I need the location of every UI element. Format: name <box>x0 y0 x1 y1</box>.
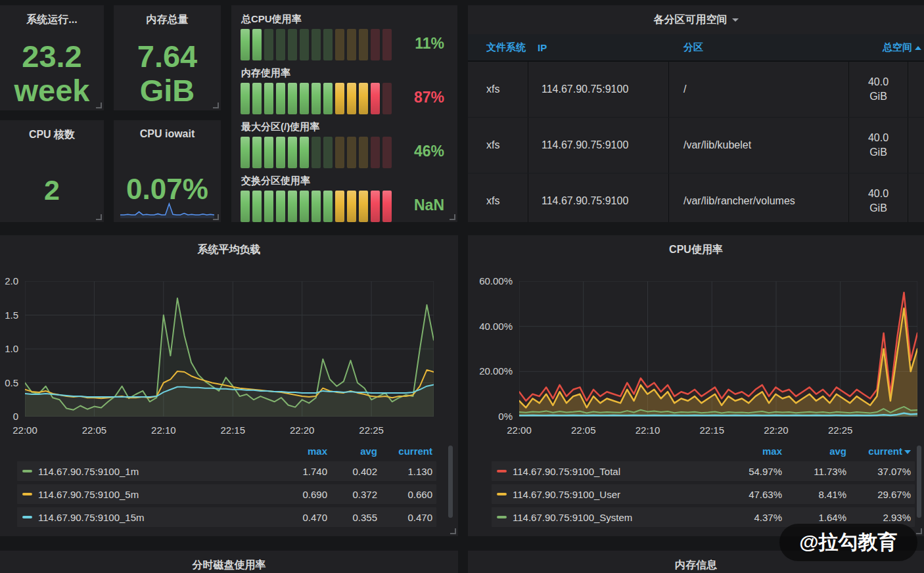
legend-series-name: 114.67.90.75:9100_User <box>513 489 620 500</box>
panel-resize-handle[interactable] <box>450 528 456 534</box>
bar-gauge-cell <box>382 137 392 168</box>
panel-title-cpu-iowait[interactable]: CPU iowait <box>114 128 221 140</box>
panel-title-text: 各分区可用空间 <box>654 14 728 25</box>
legend-avg-value: 0.402 <box>327 466 377 477</box>
bar-gauge-label: 最大分区(/)使用率 <box>241 121 435 133</box>
legend-series-toggle[interactable]: 114.67.90.75:9100_Total <box>497 466 718 477</box>
bar-gauge-value: 46% <box>414 143 444 160</box>
bar-gauge-value: NaN <box>414 196 444 214</box>
x-axis-label: 22:15 <box>699 424 724 436</box>
panel-resize-handle[interactable] <box>96 103 102 108</box>
panel-title-cpu-cores[interactable]: CPU 核数 <box>0 128 104 142</box>
panel-resize-handle[interactable] <box>213 214 219 220</box>
panel-resize-handle[interactable] <box>916 528 922 534</box>
legend-sort-header-avg[interactable]: avg <box>782 446 846 457</box>
table-cell-partition: /var/lib/kubelet <box>669 118 849 173</box>
bar-gauge-cell <box>300 83 309 114</box>
legend-sort-header-avg[interactable]: avg <box>327 446 377 457</box>
legend-scrollbar[interactable] <box>917 446 921 518</box>
column-header-ip[interactable]: IP <box>528 42 669 53</box>
panel-title-cpu-usage[interactable]: CPU使用率 <box>468 243 924 257</box>
y-axis-label: 0 <box>0 411 18 422</box>
legend-max-value: 54.97% <box>718 466 782 477</box>
table-cell-text: 40.0 GiB <box>860 75 898 104</box>
legend-series-toggle[interactable]: 114.67.90.75:9100_5m <box>22 489 256 500</box>
legend-header-row: maxavgcurrent <box>17 444 436 457</box>
series-color-swatch <box>497 470 507 472</box>
y-axis-label: 2.0 <box>0 275 18 286</box>
bar-gauge-cell <box>312 29 321 60</box>
panel-usage-gauges: 总CPU使用率11%内存使用率87%最大分区(/)使用率46%交换分区使用率Na… <box>231 5 457 222</box>
bar-gauge-value: 11% <box>415 35 444 53</box>
load-average-plot-area[interactable] <box>25 281 434 417</box>
y-axis-label: 40.00% <box>473 321 513 332</box>
bar-gauge-label: 内存使用率 <box>241 67 435 80</box>
stat-value-line: 23.2 <box>0 39 104 74</box>
legend-sort-header-current[interactable]: current <box>846 446 911 457</box>
table-cell-clipped <box>908 118 924 173</box>
table-row: xfs114.67.90.75:9100/var/lib/rancher/vol… <box>468 173 924 222</box>
x-axis-label: 22:00 <box>507 424 532 436</box>
cpu-usage-plot-area[interactable] <box>519 281 917 417</box>
bar-gauge-cell <box>264 137 273 168</box>
legend-series-toggle[interactable]: 114.67.90.75:9100_15m <box>22 512 256 523</box>
panel-resize-handle[interactable] <box>213 103 219 108</box>
x-axis-label: 22:20 <box>290 424 315 436</box>
x-axis-label: 22:05 <box>571 424 596 436</box>
bar-gauge-cell <box>312 137 321 168</box>
panel-title-uptime[interactable]: 系统运行... <box>0 13 104 27</box>
table-cell-partition: /var/lib/rancher/volumes <box>669 173 849 222</box>
panel-title-partition-table[interactable]: 各分区可用空间 <box>468 13 924 27</box>
panel-cpu-cores-stat: CPU 核数 2 <box>0 120 104 222</box>
stat-value-line: week <box>0 74 104 108</box>
bar-gauge-cell <box>359 29 368 60</box>
legend-series-toggle[interactable]: 114.67.90.75:9100_1m <box>22 466 256 477</box>
bar-gauge-cell <box>335 29 344 60</box>
legend-series-name: 114.67.90.75:9100_5m <box>38 489 139 500</box>
panel-title-disk-usage[interactable]: 分时磁盘使用率 <box>0 559 458 572</box>
y-axis-label: 0% <box>473 411 513 422</box>
column-header-total-space[interactable]: 总空间 <box>849 41 924 54</box>
legend-sort-header-max[interactable]: max <box>256 446 327 457</box>
legend-sort-header-current[interactable]: current <box>377 446 432 457</box>
legend-row: 114.67.90.75:9100_User47.63%8.41%29.67% <box>492 484 915 504</box>
panel-title-memory-total[interactable]: 内存总量 <box>114 13 221 27</box>
stat-value-uptime: 23.2 week <box>0 39 104 108</box>
table-cell-filesystem: xfs <box>468 62 528 117</box>
series-color-swatch <box>22 493 32 495</box>
legend-sort-header-max[interactable]: max <box>718 446 782 457</box>
bar-gauge: 总CPU使用率11% <box>241 13 435 60</box>
bar-gauge-cell <box>252 29 262 60</box>
y-axis-label: 60.00% <box>473 275 513 286</box>
series-color-swatch <box>22 516 32 518</box>
legend-scrollbar[interactable] <box>448 446 453 518</box>
table-cell-total-space: 40.0 GiB <box>849 173 908 222</box>
panel-resize-handle[interactable] <box>450 214 455 220</box>
panel-resize-handle[interactable] <box>96 214 102 220</box>
watermark-badge: @拉勾教育 <box>779 524 917 561</box>
panel-title-load-average[interactable]: 系统平均负载 <box>0 243 458 257</box>
panel-disk-usage: 分时磁盘使用率 <box>0 551 458 573</box>
iowait-sparkline <box>120 202 214 218</box>
table-body: xfs114.67.90.75:9100/40.0 GiBxfs114.67.9… <box>468 62 924 222</box>
stat-value-line: GiB <box>114 74 221 108</box>
table-cell-partition: / <box>669 62 849 117</box>
x-axis-label: 22:20 <box>764 424 789 436</box>
series-color-swatch <box>497 516 507 518</box>
bar-gauge-cell <box>288 137 297 168</box>
bar-gauge-cell <box>359 137 368 168</box>
legend-row: 114.67.90.75:9100_5m0.6900.3720.660 <box>17 484 436 504</box>
legend-series-toggle[interactable]: 114.67.90.75:9100_User <box>497 489 718 500</box>
column-header-partition[interactable]: 分区 <box>669 41 849 54</box>
bar-gauge-cell <box>347 29 356 60</box>
legend-series-toggle[interactable]: 114.67.90.75:9100_System <box>497 512 718 523</box>
panel-partition-table: 各分区可用空间 文件系统 IP 分区 总空间 xfs114.67.90.75:9… <box>468 5 924 222</box>
legend-row: 114.67.90.75:9100_Total54.97%11.73%37.07… <box>492 461 915 481</box>
bar-gauge-cell <box>323 137 333 168</box>
column-header-filesystem[interactable]: 文件系统 <box>468 41 528 54</box>
bar-gauge-cell <box>347 83 356 114</box>
bar-gauge: 内存使用率87% <box>241 67 435 114</box>
stat-value-memory-total: 7.64 GiB <box>114 39 221 108</box>
legend-series-name: 114.67.90.75:9100_15m <box>38 512 145 523</box>
legend-max-value: 0.690 <box>256 489 327 500</box>
